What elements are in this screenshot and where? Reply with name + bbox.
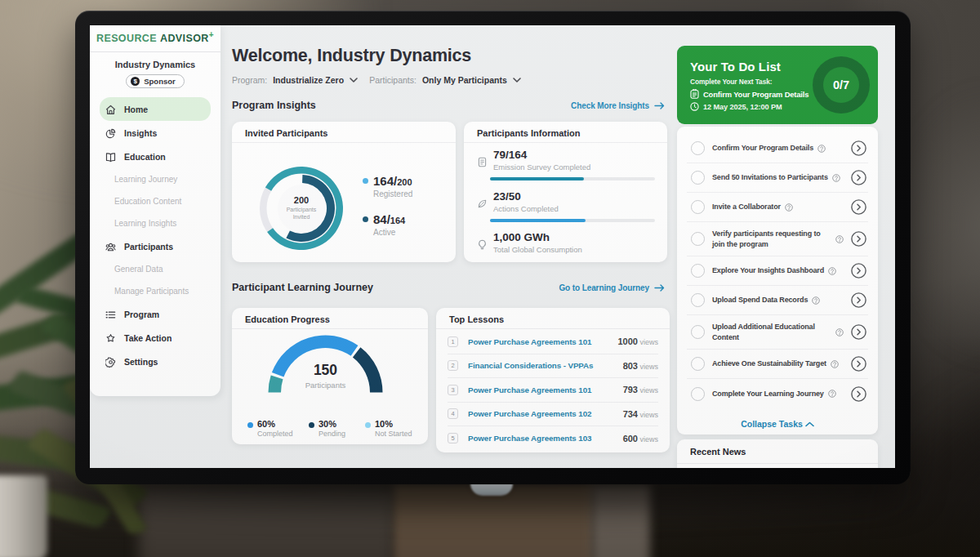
legend-dot (365, 422, 371, 428)
question-icon[interactable] (812, 293, 820, 308)
todo-progress-ring: 0/7 (813, 56, 870, 114)
resource-advisor-logo[interactable]: RESOURCE ADVISOR + (90, 25, 220, 52)
sidebar-item-take-action[interactable]: Take Action (100, 326, 211, 350)
lesson-views: 1000 views (618, 336, 659, 346)
question-icon[interactable] (831, 357, 839, 372)
settings-icon (105, 356, 116, 367)
question-icon[interactable] (835, 232, 844, 247)
question-icon[interactable] (835, 325, 844, 340)
participants-dropdown[interactable]: Participants: Only My Participants (369, 75, 521, 85)
sidebar-item-label: Insights (124, 128, 157, 138)
donut-center-value: 200 (294, 195, 309, 205)
lesson-views: 793 views (623, 385, 658, 394)
sidebar-item-label: Home (124, 105, 148, 114)
todo-item-6[interactable]: Upload Spend Data Records (687, 286, 868, 315)
todo-item-4[interactable]: Verify participants requesting to join t… (687, 222, 868, 256)
todo-item-5[interactable]: Explore Your Insights Dashboard (687, 256, 868, 286)
todo-list-card: Confirm Your Program DetailsSend 50 Invi… (677, 127, 878, 434)
chevron-down-icon (350, 78, 358, 82)
chevron-right-circle-icon[interactable] (851, 199, 866, 215)
todo-next-task-label: Confirm Your Program Details (703, 90, 808, 99)
todo-checkbox[interactable] (691, 325, 705, 339)
question-icon[interactable] (817, 141, 826, 156)
todo-item-1[interactable]: Confirm Your Program Details (687, 134, 868, 163)
todo-item-label: Complete Your Learning Journey (712, 389, 824, 399)
check-more-insights-link[interactable]: Check More Insights (571, 101, 670, 110)
lesson-link[interactable]: Power Purchase Agreements 102 (468, 409, 591, 418)
todo-checkbox[interactable] (691, 293, 705, 307)
sidebar-item-general-data[interactable]: General Data (100, 258, 211, 280)
lesson-link[interactable]: Financial Considerations - VPPAs (468, 361, 593, 370)
todo-checkbox[interactable] (691, 171, 705, 185)
collapse-tasks-link[interactable]: Collapse Tasks (677, 419, 878, 429)
todo-item-7[interactable]: Upload Additional Educational Content (687, 315, 868, 350)
bulb-icon (477, 238, 488, 249)
go-to-learning-journey-link[interactable]: Go to Learning Journey (559, 283, 670, 292)
todo-checkbox[interactable] (691, 357, 705, 371)
sidebar-item-program[interactable]: Program (100, 302, 211, 326)
sidebar-item-label: Manage Participants (114, 287, 189, 296)
sidebar-item-education[interactable]: Education (100, 145, 211, 168)
sidebar-item-education-content[interactable]: Education Content (100, 190, 211, 212)
todo-item-label: Verify participants requesting to join t… (712, 229, 831, 248)
chevron-right-circle-icon[interactable] (851, 324, 866, 340)
learning-journey-row: Participant Learning Journey Go to Learn… (232, 282, 670, 293)
legend-dot (363, 216, 368, 222)
legend-dot (363, 178, 368, 184)
todo-checkbox[interactable] (691, 264, 705, 278)
chevron-right-circle-icon[interactable] (851, 292, 866, 308)
sidebar-item-home[interactable]: Home (100, 97, 211, 121)
todo-checkbox[interactable] (691, 232, 705, 246)
question-icon[interactable] (785, 200, 793, 215)
chevron-right-circle-icon[interactable] (851, 231, 866, 247)
lesson-rank-badge: 1 (448, 336, 458, 347)
lesson-link[interactable]: Power Purchase Agreements 101 (468, 337, 591, 346)
todo-item-8[interactable]: Achieve One Sustainability Target (687, 350, 868, 379)
lesson-rank-badge: 2 (448, 360, 458, 371)
lesson-link[interactable]: Power Purchase Agreements 101 (468, 385, 591, 394)
org-name: Industry Dynamics (90, 60, 220, 69)
sidebar-item-participants[interactable]: Participants (100, 234, 211, 258)
todo-checkbox[interactable] (691, 387, 705, 401)
sidebar-item-learning-insights[interactable]: Learning Insights (100, 212, 211, 234)
monitor-stand-neck (470, 483, 513, 496)
todo-item-label: Explore Your Insights Dashboard (712, 265, 824, 275)
question-icon[interactable] (828, 264, 836, 278)
todo-checkbox[interactable] (691, 141, 705, 155)
program-dropdown[interactable]: Program: Industrialize Zero (232, 75, 358, 85)
legend-label: Completed (257, 430, 309, 438)
todo-checkbox[interactable] (691, 200, 705, 214)
todo-due: 12 May 2025, 12:00 PM (690, 102, 782, 111)
chevron-right-circle-icon[interactable] (851, 386, 866, 402)
info-value: 79/164 (493, 149, 655, 161)
legend-pct: 30% (318, 419, 365, 429)
todo-item-label: Invite a Collaborator (712, 202, 781, 212)
insights-icon (105, 127, 116, 138)
top-lessons-title: Top Lessons (436, 308, 670, 329)
sidebar-item-settings[interactable]: Settings (100, 350, 211, 373)
gauge-legend-item: 60%Completed (247, 419, 309, 438)
learning-journey-title: Participant Learning Journey (232, 282, 373, 293)
photo-background: RESOURCE ADVISOR + Industry Dynamics $ S… (0, 0, 980, 557)
legend-value: 164/200 (373, 174, 412, 189)
lesson-rank-badge: 4 (448, 408, 458, 419)
question-icon[interactable] (832, 171, 840, 185)
sidebar-item-manage-participants[interactable]: Manage Participants (100, 280, 211, 302)
lesson-link[interactable]: Power Purchase Agreements 103 (468, 434, 591, 443)
todo-item-9[interactable]: Complete Your Learning Journey (687, 379, 868, 408)
chevron-down-icon (513, 78, 521, 82)
participants-label: Participants: (369, 75, 416, 85)
sidebar-item-insights[interactable]: Insights (100, 121, 211, 145)
sidebar-item-learning-journey[interactable]: Learning Journey (100, 168, 211, 190)
question-icon[interactable] (828, 386, 836, 401)
page-title: Welcome, Industry Dynamics (232, 46, 471, 66)
chevron-right-circle-icon[interactable] (851, 170, 866, 185)
todo-item-2[interactable]: Send 50 Invitations to Participants (687, 163, 868, 193)
chevron-right-circle-icon[interactable] (851, 356, 866, 372)
chevron-right-circle-icon[interactable] (851, 140, 866, 156)
chevron-right-circle-icon[interactable] (851, 263, 866, 278)
todo-item-3[interactable]: Invite a Collaborator (687, 193, 868, 222)
legend-dot (309, 422, 314, 428)
lesson-row-5: 5Power Purchase Agreements 103600 views (448, 426, 658, 451)
program-icon (105, 309, 116, 319)
